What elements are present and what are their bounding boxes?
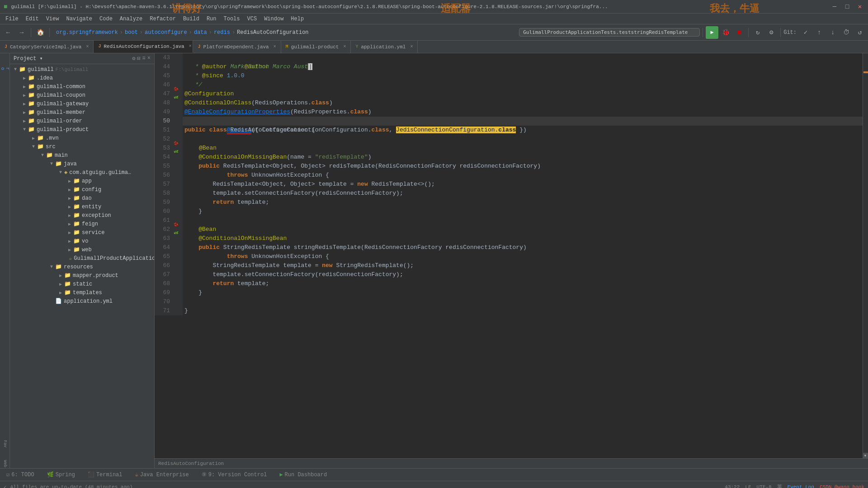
tree-templates[interactable]: ▶ 📁 templates	[10, 288, 154, 297]
web-icon[interactable]: Web	[0, 459, 9, 468]
minimize-btn[interactable]: ─	[830, 2, 839, 11]
tree-vo[interactable]: ▶ 📁 vo	[10, 237, 154, 245]
tool-terminal[interactable]: ⬛ Terminal	[85, 470, 125, 479]
tab-category-close[interactable]: ×	[86, 44, 89, 49]
bc-2[interactable]: boot	[125, 29, 138, 36]
toolbar-back-btn[interactable]: ←	[2, 26, 14, 39]
git-history-btn[interactable]: ⏱	[840, 26, 853, 39]
tree-order[interactable]: ▶ 📁 gulimall-order	[10, 117, 154, 125]
tab-platform-close[interactable]: ×	[274, 44, 276, 49]
menu-navigate[interactable]: Navigate	[62, 15, 96, 23]
tree-main[interactable]: ▼ 📁 main	[10, 151, 154, 160]
tree-gulimall[interactable]: ▼ 📁 gulimall F:\gulimall	[10, 65, 154, 74]
code-line-55: 55 public RedisTemplate<Object, Object> …	[155, 162, 863, 171]
code-plain	[206, 127, 209, 133]
stop-btn[interactable]: ■	[733, 26, 745, 39]
favorites-icon[interactable]: Fav	[0, 439, 9, 448]
arrow-icon: ▶	[21, 84, 28, 89]
git-pull-btn[interactable]: ↓	[826, 26, 839, 39]
tree-static[interactable]: ▶ 📁 static	[10, 280, 154, 288]
tab-platform[interactable]: J PlatformDependent.java ×	[193, 41, 281, 53]
code-ann-link[interactable]: @EnableConfigurationProperties	[184, 108, 290, 115]
tree-mapper[interactable]: ▶ 📁 mapper.product	[10, 271, 154, 280]
tree-web[interactable]: ▶ 📁 web	[10, 245, 154, 254]
project-dropdown[interactable]: Project ▾	[14, 55, 43, 62]
tree-resources[interactable]: ▼ 📁 resources	[10, 263, 154, 271]
editor-scroll[interactable]: 43 * @author Marco Aust| 44 * @author Ma…	[155, 53, 868, 458]
tree-gulimall-app[interactable]: ▶ ☕ GulimallProductApplicatio...	[10, 254, 154, 263]
tree-product[interactable]: ▼ 📁 gulimall-product	[10, 125, 154, 134]
scroll-down-btn[interactable]: ▼	[863, 453, 868, 458]
run-btn[interactable]: ▶	[706, 26, 718, 39]
sidebar-close-icon[interactable]: ×	[147, 55, 151, 62]
bc-1[interactable]: org.springframework	[56, 29, 118, 36]
tree-config[interactable]: ▶ 📁 config	[10, 185, 154, 194]
tree-app[interactable]: ▶ 📁 app	[10, 177, 154, 185]
status-position[interactable]: 43:22	[725, 484, 740, 488]
run-config-search[interactable]	[519, 28, 700, 37]
bc-5[interactable]: redis	[214, 29, 230, 36]
tab-product[interactable]: M gulimall-product ×	[281, 41, 351, 53]
bc-4[interactable]: data	[194, 29, 207, 36]
tool-spring[interactable]: 🌿 Spring	[44, 470, 78, 479]
tree-src[interactable]: ▼ 📁 src	[10, 142, 154, 151]
menu-build[interactable]: Build	[179, 15, 203, 23]
tree-common[interactable]: ▶ 📁 gulimall-common	[10, 82, 154, 91]
menu-code[interactable]: Code	[96, 15, 116, 23]
menu-help[interactable]: Help	[287, 15, 307, 23]
tree-java[interactable]: ▼ 📁 java	[10, 160, 154, 168]
tree-service[interactable]: ▶ 📁 service	[10, 228, 154, 237]
tool-run[interactable]: ▶ Run Dashboard	[277, 470, 330, 479]
settings-btn[interactable]: ⚙	[765, 26, 778, 39]
git-commit-btn[interactable]: ✓	[799, 26, 812, 39]
tree-feign[interactable]: ▶ 📁 feign	[10, 220, 154, 228]
tab-product-close[interactable]: ×	[343, 44, 346, 49]
sidebar-settings-icon[interactable]: ≡	[142, 55, 146, 62]
tool-vcs[interactable]: ⑨ 9: Version Control	[199, 470, 270, 479]
close-btn[interactable]: ✕	[855, 2, 864, 11]
folder-icon: 📁	[28, 92, 35, 99]
menu-tools[interactable]: Tools	[220, 15, 244, 23]
sync-btn[interactable]: ↻	[751, 26, 764, 39]
bc-3[interactable]: autoconfigure	[145, 29, 187, 36]
tree-mvn[interactable]: ▶ 📁 .mvn	[10, 134, 154, 142]
menu-analyze[interactable]: Analyze	[116, 15, 146, 23]
menu-vcs[interactable]: VCS	[244, 15, 261, 23]
git-push-btn[interactable]: ↑	[813, 26, 826, 39]
menu-view[interactable]: View	[42, 15, 63, 23]
tree-member[interactable]: ▶ 📁 gulimall-member	[10, 108, 154, 117]
tree-entity[interactable]: ▶ 📁 entity	[10, 202, 154, 211]
menu-file[interactable]: File	[2, 15, 22, 23]
sidebar-sync-icon[interactable]: ⚙	[132, 55, 135, 62]
tab-redis[interactable]: J RedisAutoConfiguration.java ×	[94, 41, 193, 53]
event-log-link[interactable]: Event Log	[788, 484, 814, 488]
project-icon[interactable]: Proj	[0, 55, 10, 82]
tool-enterprise[interactable]: ☕ Java Enterprise	[132, 470, 191, 479]
git-revert-btn[interactable]: ↺	[854, 26, 866, 39]
menu-window[interactable]: Window	[260, 15, 287, 23]
tab-redis-close[interactable]: ×	[189, 44, 192, 49]
tree-coupon[interactable]: ▶ 📁 gulimall-coupon	[10, 91, 154, 99]
tree-idea[interactable]: ▶ 📁 .idea	[10, 74, 154, 82]
tab-app[interactable]: Y application.yml ×	[351, 41, 418, 53]
status-encoding[interactable]: UTF-8	[757, 484, 772, 488]
menu-run[interactable]: Run	[203, 15, 220, 23]
status-line-ending[interactable]: LF	[745, 484, 751, 488]
tree-appyml[interactable]: ▶ 📄 application.yml	[10, 297, 154, 305]
tool-todo[interactable]: ☑ 6: TODO	[4, 470, 37, 479]
tree-package[interactable]: ▼ ◈ com.atguigu.gulimall.produc...	[10, 168, 154, 177]
sidebar-collapse-icon[interactable]: ⊟	[137, 55, 140, 62]
tab-app-close[interactable]: ×	[410, 44, 413, 49]
menu-refactor[interactable]: Refactor	[146, 15, 179, 23]
folder-icon: 📁	[73, 246, 80, 253]
tree-dao[interactable]: ▶ 📁 dao	[10, 194, 154, 202]
maximize-btn[interactable]: □	[843, 2, 852, 11]
toolbar-forward-btn[interactable]: →	[15, 26, 28, 39]
tree-gateway[interactable]: ▶ 📁 gulimall-gateway	[10, 99, 154, 108]
toolbar-home-btn[interactable]: 🏠	[34, 26, 47, 39]
tree-exception[interactable]: ▶ 📁 exception	[10, 211, 154, 220]
debug-btn[interactable]: 🐞	[719, 26, 732, 39]
tab-category[interactable]: J CategoryServiceImpl.java ×	[0, 41, 94, 53]
menu-edit[interactable]: Edit	[22, 15, 42, 23]
arrow-icon: ▼	[12, 67, 19, 72]
